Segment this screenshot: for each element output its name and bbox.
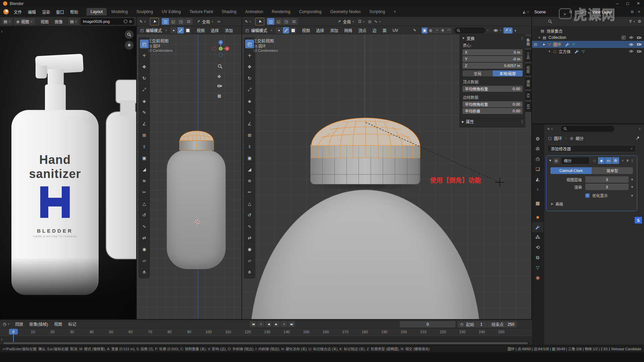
outliner-row-torus[interactable]: ◰ ▶ ▽ 圆环 ▽ — [532, 41, 644, 48]
properties-tab-particles[interactable]: ⁂ — [532, 232, 543, 242]
search-icon[interactable] — [548, 19, 552, 23]
shading-mode-button-xray[interactable]: ▣ — [422, 27, 428, 34]
tool-button-inset-faces[interactable]: ▣ — [245, 154, 254, 162]
playhead-frame-tag[interactable]: 0 — [9, 329, 18, 335]
hide-eye-icon[interactable] — [629, 50, 634, 53]
jump-to-end-button[interactable]: ▶| — [288, 321, 295, 327]
timeline-tracks[interactable]: › — [0, 337, 532, 342]
vp1-camera-button[interactable] — [217, 84, 222, 88]
modifier-drag-handle-icon[interactable]: ⣿ — [631, 159, 634, 162]
collection-checkbox[interactable]: ✓ — [622, 36, 626, 40]
select-mode-button-box[interactable]: ◱ — [275, 18, 282, 25]
tool-button-spin[interactable]: ↺ — [245, 210, 254, 219]
next-keyframe-button[interactable]: » — [280, 321, 287, 327]
previous-keyframe-button[interactable]: « — [257, 321, 264, 327]
topbar-menu-item[interactable]: 渲染 — [39, 7, 53, 16]
shading-mode-button-rendered[interactable]: ◠ — [446, 27, 452, 34]
vertex-select-button[interactable] — [276, 27, 282, 34]
workspace-tab[interactable]: Geometry Nodes — [326, 8, 365, 15]
viewport-menu-item[interactable]: 网格 — [341, 26, 355, 35]
tool-button-transform[interactable]: ◈ — [140, 97, 149, 105]
n-panel-tab[interactable]: 工具 — [525, 50, 531, 62]
drag-handle-icon[interactable]: ⣿ — [521, 37, 523, 40]
current-frame-field[interactable]: 0 — [400, 321, 455, 327]
tool-button-select-box[interactable]: ◰ — [140, 40, 149, 48]
properties-tab-world[interactable]: ♁ — [532, 184, 543, 194]
vertex-select-button[interactable] — [170, 27, 177, 34]
workspace-tab[interactable]: Layout — [87, 8, 107, 15]
tool-button-extrude[interactable]: ⇧ — [245, 142, 254, 151]
outliner-options-icon[interactable]: ⚙ — [638, 19, 641, 24]
properties-tab-object-data[interactable]: ▽ — [532, 262, 543, 273]
render-display-toggle[interactable]: ✇ — [612, 157, 619, 164]
n-panel-tab[interactable]: 编辑 — [525, 77, 531, 89]
tool-button-select-box[interactable]: ◰ — [245, 40, 254, 48]
tool-button-rotate[interactable]: ↻ — [245, 74, 254, 82]
shield-icon[interactable] — [124, 19, 127, 23]
timeline-menu-item[interactable]: 抠像(插帧) — [26, 320, 51, 328]
viewport-menu-item[interactable]: 选择 — [208, 26, 222, 35]
disable-render-camera-icon[interactable] — [637, 43, 641, 46]
close-button[interactable]: ✕ — [633, 0, 644, 7]
edge-select-button[interactable] — [283, 27, 289, 34]
overlays-icon[interactable]: ◐ — [515, 28, 517, 33]
tool-button-scale[interactable]: ⤢ — [140, 85, 149, 94]
outliner-row-collection[interactable]: ▼ ▤ Collection ✓ — [532, 34, 644, 41]
vp2-snapping[interactable]: Ω∨ — [358, 19, 365, 24]
select-mode-button-lasso[interactable]: ⊡ — [185, 18, 193, 25]
properties-tab-modifiers[interactable] — [532, 222, 543, 232]
viewport-menu-item[interactable]: 添加 — [222, 26, 236, 35]
modifier-name-field[interactable]: 细分 — [561, 158, 589, 164]
vp1-snap-icon[interactable]: ∞ — [217, 19, 220, 24]
viewport-small[interactable]: 正交前视图 (0) 圆环 10 Centimeters ◰✛✥↻⤢◈✎∠⊞⇧▣◢… — [137, 35, 241, 319]
viewport-menu-item[interactable]: 选择 — [313, 26, 327, 35]
timeline-menu-item[interactable]: 视图 — [51, 320, 65, 328]
properties-tab-tool[interactable]: ⚙ — [532, 134, 543, 144]
vp1-zoom-button[interactable] — [218, 64, 222, 69]
image-editor-menu-item[interactable]: 视图 — [38, 17, 52, 26]
timeline-menu-item[interactable]: 标记 — [65, 320, 79, 328]
view-layer-selector[interactable]: View Layer ⧉ — [589, 8, 636, 15]
view-layer-type-selector[interactable]: ❏∨ — [578, 8, 589, 15]
tool-button-shear[interactable]: ▱ — [140, 256, 149, 265]
realtime-display-toggle[interactable]: ▭ — [605, 157, 612, 164]
viewport-menu-item[interactable]: UV — [389, 26, 401, 35]
start-frame-field[interactable]: 起始 1 — [466, 321, 487, 327]
select-mode-button-lasso[interactable]: ⊡ — [290, 18, 298, 25]
tool-button-annotate[interactable]: ✎ — [245, 108, 254, 117]
tool-button-loop-cut[interactable]: ≋ — [140, 176, 149, 185]
tool-button-add-cube[interactable]: ⊞ — [140, 131, 149, 139]
eyedropper-icon[interactable]: ✎ — [413, 28, 416, 33]
tool-button-rip-region[interactable]: ⋔ — [245, 267, 254, 276]
properties-search-field[interactable] — [561, 126, 614, 132]
viewport-menu-item[interactable]: 添加 — [327, 26, 341, 35]
blender-menu-icon[interactable] — [3, 9, 9, 14]
workspace-tab[interactable]: Scripting — [365, 8, 389, 15]
image-zoom-button[interactable] — [125, 30, 133, 39]
n-panel-tab[interactable]: 条目 — [525, 36, 531, 48]
vp1-active-tool-button[interactable]: ➤ — [150, 18, 159, 25]
select-mode-button-tweak[interactable]: ◫ — [162, 18, 169, 25]
simple-button[interactable]: 简单型 — [592, 167, 633, 174]
image-editor-expand-icon[interactable]: › — [1, 29, 2, 34]
shading-mode-button-material[interactable]: ⊕ — [440, 27, 446, 34]
workspace-tab[interactable]: + — [390, 8, 400, 15]
drag-handle-icon[interactable]: ⣿ — [521, 120, 523, 123]
viewport-menu-item[interactable]: 视图 — [194, 26, 208, 35]
unlink-image-icon[interactable]: ⧉ — [129, 19, 132, 24]
play-reverse-button[interactable]: ◀ — [265, 321, 272, 327]
tool-button-rotate[interactable]: ↻ — [140, 74, 149, 82]
properties-tab-collection[interactable]: ▦ — [532, 198, 543, 208]
navigation-gizmo[interactable]: Z X — [211, 39, 230, 58]
tool-button-spin[interactable]: ↺ — [140, 210, 149, 219]
properties-tab-object[interactable]: ■ — [532, 212, 543, 222]
remove-view-layer-icon[interactable]: ✕ — [638, 10, 641, 14]
tool-button-transform[interactable]: ◈ — [245, 97, 254, 105]
header-search-field[interactable] — [454, 27, 485, 34]
tool-button-inset-faces[interactable]: ▣ — [140, 154, 149, 162]
topbar-menu-item[interactable]: 窗口 — [53, 7, 67, 16]
properties-filter-dropdown[interactable]: ∨ — [639, 127, 641, 130]
tool-button-cursor[interactable]: ✛ — [140, 51, 149, 60]
face-select-button[interactable] — [184, 27, 191, 34]
copy-view-layer-icon[interactable]: ⧉ — [631, 10, 634, 14]
